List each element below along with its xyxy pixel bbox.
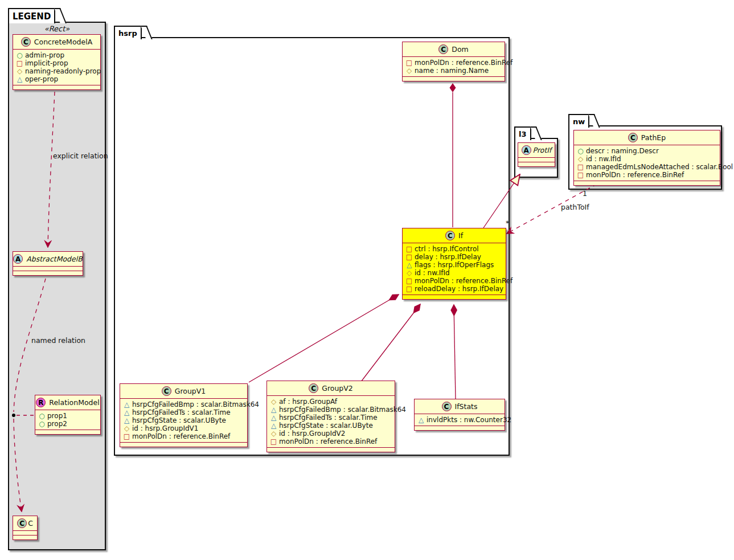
legend-stereotype: «Rect» <box>8 24 106 33</box>
class-spot-icon: C <box>17 518 27 528</box>
class-if-header: C If <box>403 228 506 243</box>
l3-package-tab: l3 <box>514 126 531 140</box>
attribute-row: id : hsrp.GroupIdV1 <box>123 424 243 432</box>
attribute-text: name : naming.Name <box>415 67 489 75</box>
attribute-text: hsrpCfgFailedTs : scalar.Time <box>132 408 231 416</box>
attribute-row: monPolDn : reference.BinRef <box>405 59 500 67</box>
class-relationmodel[interactable]: R RelationModel prop1 prop2 <box>35 395 101 435</box>
property-kind-icon <box>270 422 277 429</box>
attribute-row: prop1 <box>38 412 96 420</box>
attribute-row: hsrpCfgState : scalar.UByte <box>270 422 390 430</box>
attribute-text: af : hsrp.GroupAf <box>279 398 337 406</box>
attribute-row: implicit-prop <box>16 59 96 67</box>
attribute-text: monPolDn : reference.BinRef <box>279 438 377 445</box>
class-ifstats-attributes: invldPkts : nw.Counter32 <box>415 414 505 426</box>
class-groupv2[interactable]: C GroupV2 af : hsrp.GroupAf hsrpCfgFaile… <box>266 381 395 452</box>
property-kind-icon <box>38 420 46 427</box>
class-protif-attributes-compartment <box>518 157 555 162</box>
class-protif-methods-compartment <box>518 162 555 166</box>
property-kind-icon <box>405 246 413 252</box>
class-abstractmodelb[interactable]: A AbstractModelB <box>13 251 83 276</box>
class-groupv1[interactable]: C GroupV1 hsrpCfgFailedBmp : scalar.Bitm… <box>120 383 248 447</box>
class-if-attributes: ctrl : hsrp.IfControl delay : hsrp.IfDel… <box>403 243 506 295</box>
class-concretemodela-attributes: admin-prop implicit-prop naming-readonly… <box>13 49 100 85</box>
attribute-row: hsrpCfgFailedTs : scalar.Time <box>270 414 390 422</box>
property-kind-icon <box>405 59 413 66</box>
attribute-row: delay : hsrp.IfDelay <box>405 253 501 261</box>
class-dom-methods-compartment <box>403 76 505 81</box>
class-ifstats[interactable]: C IfStats invldPkts : nw.Counter32 <box>414 399 505 431</box>
class-relationmodel-attributes: prop1 prop2 <box>35 410 100 430</box>
attribute-text: prop2 <box>47 420 67 428</box>
class-dom-header: C Dom <box>403 42 505 56</box>
attribute-text: invldPkts : nw.Counter32 <box>427 416 511 424</box>
class-name: IfStats <box>455 402 478 411</box>
class-concretemodela[interactable]: C ConcreteModelA admin-prop implicit-pro… <box>13 34 101 90</box>
hsrp-package-tab: hsrp <box>114 26 142 39</box>
attribute-text: id : hsrp.GroupIdV1 <box>132 424 198 432</box>
class-ifstats-header: C IfStats <box>415 399 505 414</box>
attribute-row: hsrpCfgFailedBmp : scalar.Bitmask64 <box>123 400 243 408</box>
attribute-text: flags : hsrp.IfOperFlags <box>415 261 494 269</box>
attribute-text: oper-prop <box>25 75 58 83</box>
attribute-row: hsrpCfgFailedTs : scalar.Time <box>123 408 243 416</box>
attribute-text: monPolDn : reference.BinRef <box>586 171 684 179</box>
attribute-row: naming-readonly-prop <box>16 67 96 75</box>
class-spot-icon: C <box>438 44 448 54</box>
attribute-text: reloadDelay : hsrp.IfDelay <box>415 285 503 293</box>
property-kind-icon <box>577 163 584 170</box>
class-groupv2-attributes: af : hsrp.GroupAf hsrpCfgFailedBmp : sca… <box>267 395 395 447</box>
class-c-header: C C <box>13 516 37 530</box>
class-c[interactable]: C C <box>13 516 38 540</box>
property-kind-icon <box>577 148 584 154</box>
property-kind-icon <box>123 425 130 432</box>
attribute-text: hsrpCfgFailedTs : scalar.Time <box>279 414 378 422</box>
class-name: GroupV1 <box>175 387 206 395</box>
property-kind-icon <box>577 171 584 178</box>
class-ifstats-methods-compartment <box>415 426 505 430</box>
property-kind-icon <box>16 76 23 83</box>
attribute-row: descr : naming.Descr <box>577 147 715 155</box>
class-spot-icon: C <box>21 37 31 47</box>
attribute-row: id : nw.IfId <box>577 155 715 163</box>
class-if-methods-compartment <box>403 295 506 299</box>
class-concretemodela-methods-compartment <box>13 85 100 89</box>
property-kind-icon <box>405 269 413 276</box>
explicit-relation-label: explicit relation <box>53 152 108 160</box>
named-relation-label: named relation <box>31 336 85 345</box>
property-kind-icon <box>405 67 413 74</box>
property-kind-icon <box>405 254 413 260</box>
class-groupv1-header: C GroupV1 <box>120 384 247 398</box>
class-relationmodel-header: R RelationModel <box>35 395 100 410</box>
property-kind-icon <box>270 398 277 405</box>
attribute-text: monPolDn : reference.BinRef <box>132 432 230 440</box>
attribute-text: hsrpCfgFailedBmp : scalar.Bitmask64 <box>132 400 259 408</box>
class-abstractmodelb-methods-compartment <box>13 271 83 275</box>
class-groupv2-methods-compartment <box>267 447 395 452</box>
class-abstractmodelb-header: A AbstractModelB <box>13 252 83 266</box>
class-if[interactable]: C If ctrl : hsrp.IfControl delay : hsrp.… <box>402 228 506 300</box>
class-name: ProtIf <box>533 146 552 154</box>
attribute-text: id : hsrp.GroupIdV2 <box>279 430 345 438</box>
pathtoif-source-multiplicity: 1 <box>583 189 587 198</box>
class-spot-icon: C <box>628 133 638 142</box>
class-dom[interactable]: C Dom monPolDn : reference.BinRef name :… <box>402 42 505 81</box>
relation-class-spot-icon: R <box>36 398 46 407</box>
attribute-text: managedEdmLsNodeAttached : scalar.Bool <box>586 163 733 171</box>
class-spot-icon: C <box>162 386 171 396</box>
legend-package-tab: LEGEND <box>8 8 55 23</box>
attribute-text: delay : hsrp.IfDelay <box>415 253 481 261</box>
attribute-text: hsrpCfgState : scalar.UByte <box>132 416 226 424</box>
property-kind-icon <box>405 261 413 268</box>
class-groupv2-header: C GroupV2 <box>267 381 395 395</box>
class-concretemodela-header: C ConcreteModelA <box>13 35 100 49</box>
class-protif[interactable]: A ProtIf <box>518 142 555 167</box>
attribute-text: monPolDn : reference.BinRef <box>415 59 512 67</box>
attribute-text: ctrl : hsrp.IfControl <box>415 245 479 253</box>
class-pathep[interactable]: C PathEp descr : naming.Descr id : nw.If… <box>573 130 720 186</box>
class-name: C <box>28 519 33 528</box>
property-kind-icon <box>270 430 277 437</box>
class-name: PathEp <box>641 133 666 142</box>
class-abstractmodelb-attributes-compartment <box>13 266 83 271</box>
property-kind-icon <box>270 406 277 413</box>
